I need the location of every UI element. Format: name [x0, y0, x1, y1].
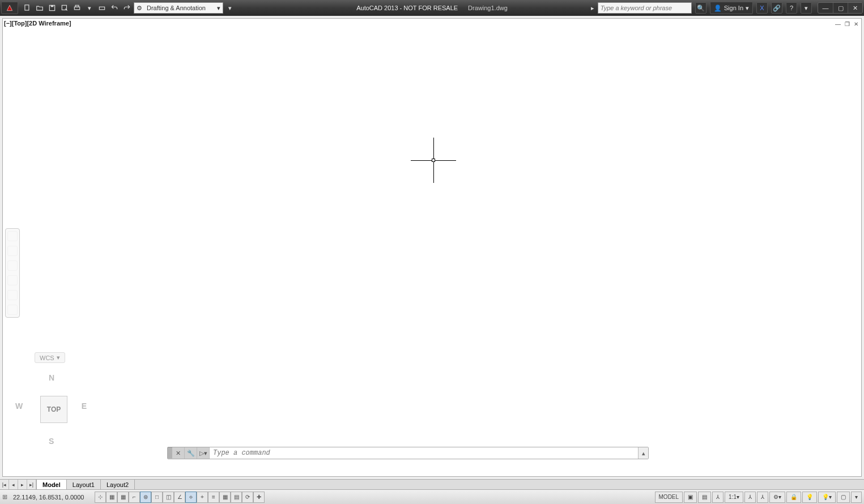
- viewcube-n[interactable]: N: [49, 373, 54, 382]
- nav-showmotion-icon[interactable]: [7, 290, 18, 300]
- search-input[interactable]: [598, 2, 692, 14]
- dynamic-input-icon[interactable]: +: [197, 492, 208, 503]
- cursor-crosshair-icon: [411, 138, 456, 183]
- layout-tabs: |◂ ◂ ▸ ▸| Model Layout1 Layout2: [0, 479, 864, 489]
- lineweight-icon[interactable]: ≡: [208, 492, 219, 503]
- wcs-label: WCS: [40, 354, 54, 361]
- doc-restore-button[interactable]: ❐: [843, 20, 851, 28]
- infer-constraints-icon[interactable]: ⊹: [95, 492, 106, 503]
- title-text: AutoCAD 2013 - NOT FOR RESALE Drawing1.d…: [356, 5, 508, 11]
- saveas-icon[interactable]: [59, 2, 70, 14]
- status-bar: ⊞ 22.1149, 16.8531, 0.0000 ⊹ ▦ ▦ ⌐ ⊛ □ ◫…: [0, 489, 864, 504]
- model-space-toggle[interactable]: MODEL: [655, 492, 683, 503]
- toolbar-lock-icon[interactable]: 🔒: [786, 492, 801, 503]
- view-cube[interactable]: N S W E TOP: [12, 368, 91, 447]
- help-icon[interactable]: ?: [786, 2, 797, 14]
- transparency-icon[interactable]: ▦: [219, 492, 231, 503]
- maximize-button[interactable]: ▢: [833, 3, 848, 13]
- svg-rect-0: [25, 5, 29, 10]
- polar-tracking-icon[interactable]: ⊛: [140, 492, 151, 503]
- document-window[interactable]: [−][Top][2D Wireframe] — ❐ ✕ WCS ▾ N S: [2, 18, 862, 477]
- cmdline-close-icon[interactable]: ✕: [172, 447, 185, 459]
- a360-icon[interactable]: 🔗: [771, 2, 782, 14]
- help-dropdown-icon[interactable]: ▾: [801, 2, 812, 14]
- workspace-switching-icon[interactable]: ⚙▾: [769, 492, 785, 503]
- nav-zoom-icon[interactable]: [7, 260, 18, 271]
- status-expand-icon[interactable]: ⊞: [2, 493, 7, 501]
- snap-mode-icon[interactable]: ▦: [106, 492, 117, 503]
- chevron-down-icon: ▾: [57, 354, 60, 361]
- tab-next-icon[interactable]: ▸: [18, 480, 27, 489]
- search-binoculars-icon[interactable]: 🔍: [695, 2, 706, 14]
- cmdline-history-icon[interactable]: ▴: [638, 447, 648, 459]
- print-icon[interactable]: [96, 2, 108, 14]
- annotation-visibility-icon[interactable]: ⅄: [744, 492, 756, 503]
- isolate-objects-icon[interactable]: 💡▾: [818, 492, 836, 503]
- user-icon: 👤: [714, 5, 722, 12]
- exchange-icon[interactable]: X: [756, 2, 768, 14]
- viewcube-w[interactable]: W: [15, 402, 23, 411]
- cmdline-drag-handle[interactable]: [168, 447, 172, 459]
- nav-fullnav-icon[interactable]: [7, 231, 18, 241]
- doc-minimize-button[interactable]: —: [834, 20, 842, 28]
- command-input[interactable]: [210, 447, 638, 459]
- save-icon[interactable]: [46, 2, 58, 14]
- nav-more-icon[interactable]: [7, 305, 18, 315]
- nav-orbit-icon[interactable]: [7, 275, 18, 285]
- tab-last-icon[interactable]: ▸|: [27, 480, 36, 489]
- command-line[interactable]: ✕ 🔧 ▷▾ ▴: [167, 447, 649, 459]
- hardware-acceleration-icon[interactable]: 💡: [802, 492, 817, 503]
- navigation-bar[interactable]: [5, 228, 20, 318]
- workspace-dropdown[interactable]: ⚙ Drafting & Annotation ▾: [134, 2, 223, 14]
- tab-first-icon[interactable]: |◂: [0, 480, 9, 489]
- annotation-monitor-icon[interactable]: ✚: [253, 492, 265, 503]
- undo-icon[interactable]: [109, 2, 120, 14]
- workspace-label: Drafting & Annotation: [147, 5, 206, 11]
- coordinates-display[interactable]: 22.1149, 16.8531, 0.0000: [8, 494, 93, 501]
- grid-display-icon[interactable]: ▦: [117, 492, 129, 503]
- quick-properties-icon[interactable]: ▤: [231, 492, 242, 503]
- autoscale-icon[interactable]: ⅄: [757, 492, 768, 503]
- new-icon[interactable]: [22, 2, 33, 14]
- quick-view-drawings-icon[interactable]: ▤: [698, 492, 711, 503]
- cmdline-customize-icon[interactable]: 🔧: [185, 447, 197, 459]
- redo-icon[interactable]: [121, 2, 133, 14]
- open-icon[interactable]: [34, 2, 45, 14]
- viewcube-e[interactable]: E: [82, 402, 87, 411]
- chevron-down-icon: ▾: [746, 5, 749, 12]
- tab-layout2[interactable]: Layout2: [101, 480, 135, 489]
- annotation-scale-value[interactable]: 1:1▾: [725, 492, 743, 503]
- status-customize-icon[interactable]: ▾: [851, 492, 862, 503]
- dynamic-ucs-icon[interactable]: ⎆: [185, 492, 197, 503]
- wcs-badge[interactable]: WCS ▾: [35, 352, 65, 363]
- cmdline-prompt-icon[interactable]: ▷▾: [197, 447, 210, 459]
- app-logo[interactable]: [1, 2, 18, 14]
- 3d-object-snap-icon[interactable]: ◫: [163, 492, 174, 503]
- viewport-label[interactable]: [−][Top][2D Wireframe]: [4, 20, 71, 27]
- annotation-scale-icon[interactable]: ⅄: [712, 492, 723, 503]
- svg-rect-5: [75, 5, 79, 7]
- tab-prev-icon[interactable]: ◂: [9, 480, 18, 489]
- search-arrow-icon[interactable]: ▸: [591, 5, 594, 12]
- drawing-area-wrapper: [−][Top][2D Wireframe] — ❐ ✕ WCS ▾ N S: [0, 16, 864, 489]
- tab-layout1[interactable]: Layout1: [67, 480, 101, 489]
- ortho-mode-icon[interactable]: ⌐: [129, 492, 140, 503]
- signin-button[interactable]: 👤 Sign In ▾: [710, 2, 753, 14]
- object-snap-icon[interactable]: □: [151, 492, 163, 503]
- viewcube-top-face[interactable]: TOP: [40, 396, 67, 423]
- quick-view-layouts-icon[interactable]: ▣: [684, 492, 697, 503]
- qat-dropdown-icon[interactable]: ▾: [224, 2, 236, 14]
- close-button[interactable]: ✕: [848, 3, 862, 13]
- nav-pan-icon[interactable]: [7, 246, 18, 256]
- object-snap-tracking-icon[interactable]: ∠: [174, 492, 185, 503]
- viewcube-s[interactable]: S: [49, 437, 54, 446]
- doc-close-button[interactable]: ✕: [852, 20, 860, 28]
- minimize-button[interactable]: —: [818, 3, 833, 13]
- app-title: AutoCAD 2013 - NOT FOR RESALE: [356, 5, 458, 11]
- tab-model[interactable]: Model: [37, 480, 67, 489]
- svg-rect-2: [51, 5, 54, 7]
- selection-cycling-icon[interactable]: ⟳: [242, 492, 253, 503]
- clean-screen-icon[interactable]: ▢: [837, 492, 850, 503]
- plot-icon[interactable]: [71, 2, 83, 14]
- plot-dropdown-icon[interactable]: ▾: [84, 2, 95, 14]
